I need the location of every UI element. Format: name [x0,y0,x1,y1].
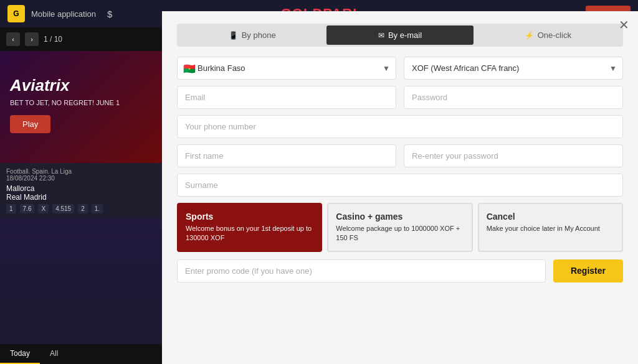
carousel-counter: 1 / 10 [44,35,62,44]
tab-phone-label: By phone [242,30,276,40]
dollar-sign: $ [107,9,112,19]
background-content: ‹ › 1 / 10 Aviatrix BET TO JET, NO REGRE… [0,27,162,364]
close-button[interactable]: ✕ [619,19,629,31]
cancel-bonus-desc: Make your choice later in My Account [487,224,614,233]
match-odds: 1 7.6 X 4.515 2 1. [6,204,156,213]
tab-today[interactable]: Today [0,344,40,364]
registration-modal: ✕ 📱 By phone ✉ By e-mail ⚡ One-click 🇧🇫 … [162,11,638,364]
surname-input[interactable] [177,174,623,197]
sports-bonus-desc: Welcome bonus on your 1st deposit up to … [186,224,313,243]
phone-row [177,115,623,138]
reenter-password-group [404,144,623,167]
bonus-cards-row: Sports Welcome bonus on your 1st deposit… [177,203,623,252]
play-button[interactable]: Play [10,115,50,133]
tab-by-phone[interactable]: 📱 By phone [179,26,325,45]
email-group [177,86,396,109]
prev-arrow[interactable]: ‹ [6,32,20,46]
phone-input[interactable] [177,115,623,138]
country-select[interactable]: Burkina Faso [177,57,396,80]
tab-all[interactable]: All [40,344,68,364]
cancel-bonus-card[interactable]: Cancel Make your choice later in My Acco… [478,203,623,252]
phone-icon: 📱 [229,31,238,40]
country-selector: 🇧🇫 Burkina Faso ▼ [177,57,396,80]
email-icon: ✉ [378,31,384,40]
password-input[interactable] [404,86,623,109]
tab-by-email[interactable]: ✉ By e-mail [326,26,473,45]
carousel-nav: ‹ › 1 / 10 [0,27,162,51]
firstname-input[interactable] [177,144,396,167]
game-subtitle: BET TO JET, NO REGRET! JUNE 1 [10,99,152,106]
match-league: Football. Spain. La Liga 18/08/2024 22:3… [6,168,156,182]
sports-bonus-card[interactable]: Sports Welcome bonus on your 1st deposit… [177,203,322,252]
top-bar-left: G Mobile application $ [7,5,112,22]
promo-input[interactable] [177,259,546,282]
currency-selector: XOF (West African CFA franc) ▼ [404,57,623,80]
surname-row [177,174,623,197]
firstname-repassword-row [177,144,623,167]
currency-select[interactable]: XOF (West African CFA franc) [404,57,623,80]
firstname-group [177,144,396,167]
reenter-password-input[interactable] [404,144,623,167]
bottom-action-row: Register [177,259,623,282]
registration-tabs: 📱 By phone ✉ By e-mail ⚡ One-click [177,24,623,47]
email-password-row [177,86,623,109]
phone-group [177,115,623,138]
sports-bonus-title: Sports [186,212,313,222]
game-title: Aviatrix [10,76,152,95]
casino-bonus-title: Casino + games [336,212,464,222]
match-section: Football. Spain. La Liga 18/08/2024 22:3… [0,163,162,218]
password-group [404,86,623,109]
casino-bonus-desc: Welcome package up to 1000000 XOF + 150 … [336,224,464,243]
country-currency-row: 🇧🇫 Burkina Faso ▼ XOF (West African CFA … [177,57,623,80]
tab-oneclick-label: One-click [538,30,571,40]
tab-email-label: By e-mail [388,30,422,40]
country-flag: 🇧🇫 [183,62,196,74]
app-logo: G [7,5,25,22]
app-title: Mobile application [31,9,96,19]
cancel-bonus-title: Cancel [487,212,614,222]
email-input[interactable] [177,86,396,109]
casino-bonus-card[interactable]: Casino + games Welcome package up to 100… [327,203,472,252]
surname-group [177,174,623,197]
register-button[interactable]: Register [553,259,623,282]
lightning-icon: ⚡ [525,31,534,40]
match-teams: Mallorca Real Madrid [6,184,156,202]
bottom-tabs: Today All [0,344,162,364]
next-arrow[interactable]: › [25,32,39,46]
game-banner: Aviatrix BET TO JET, NO REGRET! JUNE 1 P… [0,51,162,163]
tab-oneclick[interactable]: ⚡ One-click [475,26,621,45]
